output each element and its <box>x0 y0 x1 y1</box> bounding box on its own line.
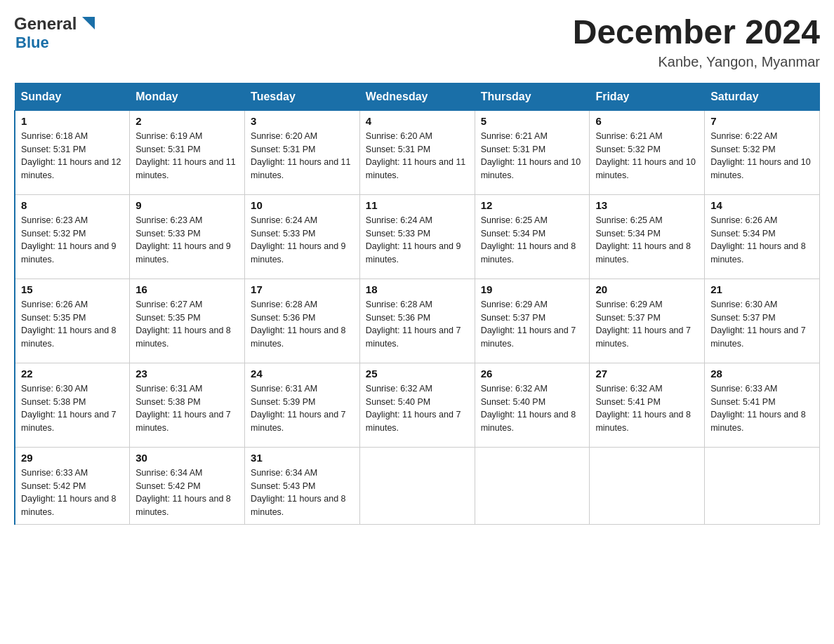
column-header-saturday: Saturday <box>705 83 820 110</box>
day-number: 17 <box>251 283 354 295</box>
day-sun-info: Sunrise: 6:21 AMSunset: 5:32 PMDaylight:… <box>595 130 699 182</box>
day-number: 28 <box>710 368 814 380</box>
calendar-cell: 12Sunrise: 6:25 AMSunset: 5:34 PMDayligh… <box>475 194 590 279</box>
day-number: 31 <box>251 452 354 464</box>
column-header-monday: Monday <box>130 83 245 110</box>
day-number: 3 <box>251 115 354 127</box>
day-number: 23 <box>135 368 239 380</box>
day-sun-info: Sunrise: 6:32 AMSunset: 5:40 PMDaylight:… <box>481 382 584 435</box>
day-sun-info: Sunrise: 6:33 AMSunset: 5:42 PMDaylight:… <box>21 467 124 519</box>
day-sun-info: Sunrise: 6:24 AMSunset: 5:33 PMDaylight:… <box>251 214 354 267</box>
title-area: December 2024 Kanbe, Yangon, Myanmar <box>573 14 820 70</box>
day-number: 18 <box>366 283 469 295</box>
calendar-week-row: 8Sunrise: 6:23 AMSunset: 5:32 PMDaylight… <box>15 194 820 279</box>
calendar-cell: 25Sunrise: 6:32 AMSunset: 5:40 PMDayligh… <box>359 363 475 447</box>
day-number: 7 <box>710 115 814 127</box>
day-sun-info: Sunrise: 6:26 AMSunset: 5:35 PMDaylight:… <box>21 298 124 351</box>
month-title: December 2024 <box>573 14 820 51</box>
day-sun-info: Sunrise: 6:30 AMSunset: 5:37 PMDaylight:… <box>710 298 814 351</box>
calendar-cell: 10Sunrise: 6:24 AMSunset: 5:33 PMDayligh… <box>245 194 360 279</box>
day-sun-info: Sunrise: 6:20 AMSunset: 5:31 PMDaylight:… <box>251 130 354 182</box>
calendar-cell: 9Sunrise: 6:23 AMSunset: 5:33 PMDaylight… <box>130 194 245 279</box>
calendar-cell <box>705 447 820 524</box>
calendar-table: SundayMondayTuesdayWednesdayThursdayFrid… <box>14 83 820 525</box>
calendar-week-row: 29Sunrise: 6:33 AMSunset: 5:42 PMDayligh… <box>15 447 820 524</box>
logo-general-text: General <box>14 14 77 34</box>
calendar-cell: 4Sunrise: 6:20 AMSunset: 5:31 PMDaylight… <box>359 110 475 194</box>
day-sun-info: Sunrise: 6:23 AMSunset: 5:32 PMDaylight:… <box>21 214 124 267</box>
day-number: 1 <box>21 115 124 127</box>
day-number: 16 <box>135 283 239 295</box>
calendar-header-row: SundayMondayTuesdayWednesdayThursdayFrid… <box>15 83 820 110</box>
calendar-cell: 13Sunrise: 6:25 AMSunset: 5:34 PMDayligh… <box>590 194 705 279</box>
calendar-cell: 7Sunrise: 6:22 AMSunset: 5:32 PMDaylight… <box>705 110 820 194</box>
logo-blue-text: Blue <box>15 34 49 52</box>
column-header-friday: Friday <box>590 83 705 110</box>
calendar-cell <box>475 447 590 524</box>
day-sun-info: Sunrise: 6:31 AMSunset: 5:39 PMDaylight:… <box>251 382 354 435</box>
day-sun-info: Sunrise: 6:18 AMSunset: 5:31 PMDaylight:… <box>21 130 124 182</box>
day-sun-info: Sunrise: 6:29 AMSunset: 5:37 PMDaylight:… <box>595 298 699 351</box>
column-header-thursday: Thursday <box>475 83 590 110</box>
day-sun-info: Sunrise: 6:31 AMSunset: 5:38 PMDaylight:… <box>135 382 239 435</box>
day-sun-info: Sunrise: 6:33 AMSunset: 5:41 PMDaylight:… <box>710 382 814 435</box>
day-number: 5 <box>481 115 584 127</box>
calendar-cell: 30Sunrise: 6:34 AMSunset: 5:42 PMDayligh… <box>130 447 245 524</box>
day-sun-info: Sunrise: 6:28 AMSunset: 5:36 PMDaylight:… <box>366 298 469 351</box>
logo: General Blue <box>14 14 99 52</box>
calendar-cell: 27Sunrise: 6:32 AMSunset: 5:41 PMDayligh… <box>590 363 705 447</box>
day-number: 22 <box>21 368 124 380</box>
day-sun-info: Sunrise: 6:34 AMSunset: 5:42 PMDaylight:… <box>135 467 239 519</box>
calendar-cell: 14Sunrise: 6:26 AMSunset: 5:34 PMDayligh… <box>705 194 820 279</box>
calendar-cell: 26Sunrise: 6:32 AMSunset: 5:40 PMDayligh… <box>475 363 590 447</box>
calendar-cell: 23Sunrise: 6:31 AMSunset: 5:38 PMDayligh… <box>130 363 245 447</box>
day-number: 26 <box>481 368 584 380</box>
day-number: 4 <box>366 115 469 127</box>
logo-icon <box>78 13 99 34</box>
column-header-tuesday: Tuesday <box>245 83 360 110</box>
calendar-cell: 24Sunrise: 6:31 AMSunset: 5:39 PMDayligh… <box>245 363 360 447</box>
day-sun-info: Sunrise: 6:21 AMSunset: 5:31 PMDaylight:… <box>481 130 584 182</box>
calendar-cell: 17Sunrise: 6:28 AMSunset: 5:36 PMDayligh… <box>245 279 360 363</box>
day-number: 19 <box>481 283 584 295</box>
column-header-sunday: Sunday <box>15 83 130 110</box>
calendar-cell: 2Sunrise: 6:19 AMSunset: 5:31 PMDaylight… <box>130 110 245 194</box>
day-number: 8 <box>21 199 124 211</box>
calendar-cell: 18Sunrise: 6:28 AMSunset: 5:36 PMDayligh… <box>359 279 475 363</box>
day-sun-info: Sunrise: 6:32 AMSunset: 5:40 PMDaylight:… <box>366 382 469 435</box>
location-subtitle: Kanbe, Yangon, Myanmar <box>573 54 820 70</box>
calendar-cell: 15Sunrise: 6:26 AMSunset: 5:35 PMDayligh… <box>15 279 130 363</box>
calendar-cell: 28Sunrise: 6:33 AMSunset: 5:41 PMDayligh… <box>705 363 820 447</box>
day-number: 30 <box>135 452 239 464</box>
day-number: 6 <box>595 115 699 127</box>
day-number: 13 <box>595 199 699 211</box>
day-sun-info: Sunrise: 6:24 AMSunset: 5:33 PMDaylight:… <box>366 214 469 267</box>
calendar-cell: 1Sunrise: 6:18 AMSunset: 5:31 PMDaylight… <box>15 110 130 194</box>
day-sun-info: Sunrise: 6:34 AMSunset: 5:43 PMDaylight:… <box>251 467 354 519</box>
day-sun-info: Sunrise: 6:22 AMSunset: 5:32 PMDaylight:… <box>710 130 814 182</box>
calendar-cell: 20Sunrise: 6:29 AMSunset: 5:37 PMDayligh… <box>590 279 705 363</box>
calendar-cell: 29Sunrise: 6:33 AMSunset: 5:42 PMDayligh… <box>15 447 130 524</box>
day-number: 15 <box>21 283 124 295</box>
day-number: 25 <box>366 368 469 380</box>
column-header-wednesday: Wednesday <box>359 83 475 110</box>
calendar-cell: 3Sunrise: 6:20 AMSunset: 5:31 PMDaylight… <box>245 110 360 194</box>
day-sun-info: Sunrise: 6:29 AMSunset: 5:37 PMDaylight:… <box>481 298 584 351</box>
day-sun-info: Sunrise: 6:30 AMSunset: 5:38 PMDaylight:… <box>21 382 124 435</box>
calendar-cell: 5Sunrise: 6:21 AMSunset: 5:31 PMDaylight… <box>475 110 590 194</box>
day-sun-info: Sunrise: 6:19 AMSunset: 5:31 PMDaylight:… <box>135 130 239 182</box>
day-sun-info: Sunrise: 6:25 AMSunset: 5:34 PMDaylight:… <box>481 214 584 267</box>
day-number: 12 <box>481 199 584 211</box>
calendar-cell: 31Sunrise: 6:34 AMSunset: 5:43 PMDayligh… <box>245 447 360 524</box>
day-number: 27 <box>595 368 699 380</box>
calendar-week-row: 1Sunrise: 6:18 AMSunset: 5:31 PMDaylight… <box>15 110 820 194</box>
page-header: General Blue December 2024 Kanbe, Yangon… <box>14 14 820 70</box>
day-number: 24 <box>251 368 354 380</box>
calendar-cell: 16Sunrise: 6:27 AMSunset: 5:35 PMDayligh… <box>130 279 245 363</box>
day-number: 9 <box>135 199 239 211</box>
calendar-cell: 22Sunrise: 6:30 AMSunset: 5:38 PMDayligh… <box>15 363 130 447</box>
svg-marker-0 <box>82 17 95 29</box>
day-sun-info: Sunrise: 6:28 AMSunset: 5:36 PMDaylight:… <box>251 298 354 351</box>
calendar-week-row: 15Sunrise: 6:26 AMSunset: 5:35 PMDayligh… <box>15 279 820 363</box>
day-number: 10 <box>251 199 354 211</box>
